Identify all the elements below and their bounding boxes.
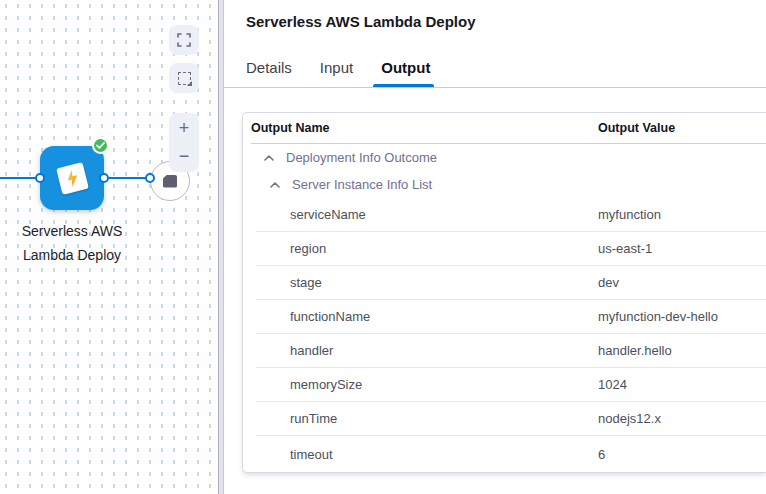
output-name-cell: functionName [256,309,598,324]
output-row: regionus-east-1 [256,232,766,266]
output-value-cell: dev [598,275,766,290]
pipeline-canvas[interactable]: Serverless AWS Lambda Deploy + − [0,0,218,494]
output-name-cell: handler [256,343,598,358]
node-input-port[interactable] [35,173,45,183]
group-label: Server Instance Info List [292,177,432,192]
output-table-card: Output Name Output Value Deployment Info… [242,112,766,473]
output-value-cell: myfunction [598,207,766,222]
output-value-cell: handler.hello [598,343,766,358]
output-value-cell: nodejs12.x [598,411,766,426]
fullscreen-icon [177,33,191,47]
zoom-controls: + − [169,113,199,172]
node-label-line1: Serverless AWS [0,219,144,243]
zoom-out-button[interactable]: − [169,144,199,168]
step-node-serverless-aws-lambda-deploy[interactable] [40,146,104,210]
marquee-select-button[interactable] [169,63,199,93]
output-table-header: Output Name Output Value [251,113,766,144]
chevron-up-icon [264,155,274,161]
panel-title: Serverless AWS Lambda Deploy [224,0,766,31]
step-details-panel: Serverless AWS Lambda Deploy DetailsInpu… [224,0,766,494]
output-row: stagedev [256,266,766,300]
output-value-cell: 1024 [598,377,766,392]
success-status-badge [92,137,109,154]
marquee-select-icon [178,72,191,85]
output-name-cell: region [256,241,598,256]
output-name-column-header: Output Name [251,121,598,135]
output-table-body: Deployment Info OutcomeServer Instance I… [243,144,766,472]
aws-lambda-icon [56,162,89,195]
output-value-cell: myfunction-dev-hello [598,309,766,324]
output-name-cell: serviceName [256,207,598,222]
node-output-port[interactable] [99,173,109,183]
output-row: functionNamemyfunction-dev-hello [256,300,766,334]
output-value-column-header: Output Value [598,121,766,135]
output-row: memorySize1024 [256,368,766,402]
fullscreen-button[interactable] [169,25,199,55]
output-row: serviceNamemyfunction [256,198,766,232]
tab-input[interactable]: Input [318,53,355,87]
zoom-in-button[interactable]: + [169,117,199,141]
tab-details[interactable]: Details [244,53,294,87]
output-name-cell: stage [256,275,598,290]
group-row[interactable]: Deployment Info Outcome [256,144,766,171]
output-row: runTimenodejs12.x [256,402,766,436]
node-label: Serverless AWS Lambda Deploy [0,219,144,267]
tabs: DetailsInputOutput [224,53,766,88]
output-value-cell: 6 [598,447,766,462]
tab-output[interactable]: Output [379,53,432,87]
check-icon [96,142,105,149]
group-row[interactable]: Server Instance Info List [256,171,766,198]
output-row: timeout6 [256,436,766,472]
output-row: handlerhandler.hello [256,334,766,368]
output-value-cell: us-east-1 [598,241,766,256]
output-name-cell: timeout [256,447,598,462]
group-label: Deployment Info Outcome [286,150,437,165]
chevron-up-icon [270,182,280,188]
output-name-cell: memorySize [256,377,598,392]
lightning-bolt-icon [63,168,82,188]
document-icon [163,175,177,188]
node-label-line2: Lambda Deploy [0,243,144,267]
output-name-cell: runTime [256,411,598,426]
link-port[interactable] [145,173,155,183]
